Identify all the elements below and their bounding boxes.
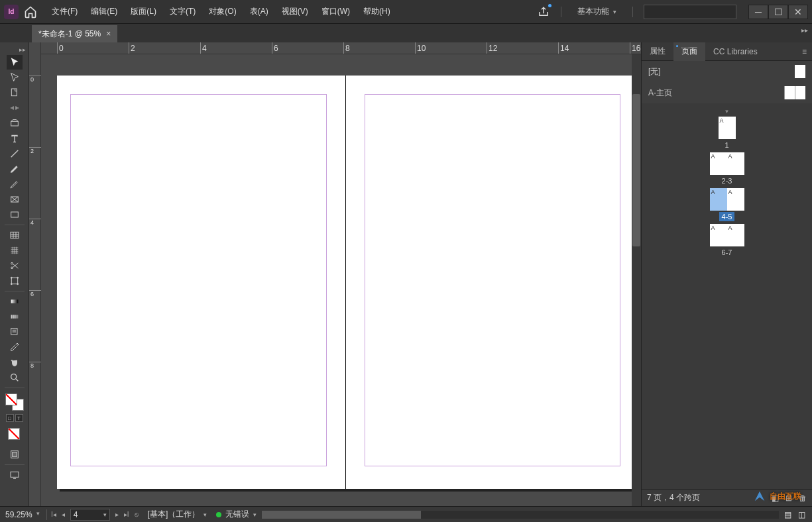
page-thumb[interactable]: A — [727, 188, 744, 211]
master-label: [无] — [648, 66, 661, 78]
gap-tool[interactable] — [7, 101, 23, 115]
vertical-ruler[interactable]: 0 2 4 6 8 — [29, 54, 41, 506]
page-right[interactable] — [346, 76, 634, 489]
page-number-dropdown[interactable]: 4▾ — [70, 509, 110, 521]
rectangle-tool[interactable] — [7, 207, 23, 222]
apply-color-swatch[interactable] — [5, 427, 24, 444]
page-thumb[interactable]: A — [710, 224, 727, 246]
page-thumb-2-3[interactable]: A A 2-3 — [710, 152, 744, 185]
view-mode-toggle[interactable] — [7, 447, 23, 462]
grid-icon[interactable] — [7, 243, 23, 258]
menu-table[interactable]: 表(A) — [243, 3, 275, 20]
table-icon[interactable] — [7, 228, 23, 242]
pages-list[interactable]: ▼ A 1 A A 2-3 A A 4-5 A — [642, 103, 812, 489]
new-page-icon[interactable]: ⊞ — [785, 494, 792, 503]
document-tab[interactable]: *未命名-1 @ 55% × — [32, 25, 117, 42]
search-input[interactable] — [644, 5, 736, 19]
line-tool[interactable] — [7, 146, 23, 161]
horizontal-scrollbar[interactable] — [262, 511, 779, 519]
menu-type[interactable]: 文字(T) — [163, 3, 202, 20]
page-thumb[interactable]: A — [710, 188, 727, 211]
menu-object[interactable]: 对象(O) — [202, 3, 243, 20]
gradient-feather-tool[interactable] — [7, 309, 23, 324]
menu-help[interactable]: 帮助(H) — [357, 3, 397, 20]
layer-indicator[interactable]: [基本]（工作） — [148, 509, 200, 520]
ruler-tick: 8 — [29, 362, 41, 369]
menu-view[interactable]: 视图(V) — [275, 3, 315, 20]
page-thumb-4-5[interactable]: A A 4-5 — [710, 188, 744, 221]
tab-close-icon[interactable]: × — [106, 29, 111, 38]
menu-file[interactable]: 文件(F) — [45, 3, 84, 20]
page-thumb-label: 2-3 — [719, 176, 735, 185]
pen-tool[interactable] — [7, 162, 23, 176]
workspace-dropdown[interactable]: 基本功能 ▾ — [572, 3, 622, 20]
edit-page-size-icon[interactable]: ◧ — [772, 494, 779, 503]
pencil-tool[interactable] — [7, 177, 23, 191]
scrollbar-thumb[interactable] — [262, 511, 421, 519]
window-close-button[interactable]: ✕ — [788, 5, 808, 19]
window-maximize-button[interactable]: ☐ — [768, 5, 788, 19]
svg-rect-20 — [12, 452, 17, 457]
page-thumb[interactable]: A — [727, 152, 744, 175]
tools-expand-icon[interactable]: ▸▸ — [19, 46, 26, 53]
page-tool[interactable] — [7, 85, 23, 100]
type-tool[interactable] — [7, 131, 23, 146]
menu-edit[interactable]: 编辑(E) — [84, 3, 124, 20]
content-collector-tool[interactable] — [7, 116, 23, 130]
direct-selection-tool[interactable] — [7, 70, 23, 85]
horizontal-ruler[interactable]: 0 2 4 6 8 10 12 14 16 — [29, 42, 641, 54]
note-tool[interactable] — [7, 325, 23, 339]
last-page-button[interactable]: ▸I — [124, 511, 129, 518]
menu-window[interactable]: 窗口(W) — [315, 3, 357, 20]
prev-page-button[interactable]: ◂ — [62, 511, 65, 518]
selection-tool[interactable] — [7, 55, 23, 70]
master-none[interactable]: [无] — [642, 61, 812, 82]
page-thumb-6-7[interactable]: A A 6-7 — [710, 224, 744, 257]
scrollbar-thumb[interactable] — [632, 94, 640, 246]
page-thumb[interactable]: A — [719, 117, 736, 139]
scissors-tool[interactable] — [7, 258, 23, 273]
rectangle-frame-tool[interactable] — [7, 192, 23, 207]
page-spread — [57, 76, 634, 489]
svg-rect-21 — [11, 472, 19, 477]
svg-point-9 — [17, 277, 18, 278]
tab-properties[interactable]: 属性 — [642, 42, 673, 61]
zoom-tool[interactable] — [7, 370, 23, 385]
free-transform-tool[interactable] — [7, 274, 23, 288]
formatting-container-icon[interactable]: □ — [6, 414, 14, 422]
ruler-origin[interactable] — [29, 42, 41, 54]
delete-page-icon[interactable]: 🗑 — [799, 494, 807, 503]
split-view-icon[interactable]: ◫ — [798, 510, 805, 519]
preflight-status[interactable]: 无错误 — [225, 509, 249, 520]
fill-stroke-swatch[interactable] — [5, 393, 24, 411]
panel-menu-icon[interactable]: ≡ — [797, 47, 812, 56]
structure-pane-icon[interactable]: ▤ — [784, 510, 791, 519]
page-thumb-1[interactable]: A 1 — [719, 117, 736, 150]
master-a[interactable]: A-主页 — [642, 82, 812, 103]
svg-rect-0 — [11, 89, 17, 96]
page-thumb[interactable]: A — [710, 152, 727, 175]
svg-point-10 — [11, 284, 12, 285]
menu-layout[interactable]: 版面(L) — [124, 3, 163, 20]
panel-expand-icon[interactable]: ▸▸ — [801, 26, 808, 34]
home-icon[interactable] — [24, 5, 37, 19]
window-minimize-button[interactable]: ─ — [748, 5, 768, 19]
eyedropper-tool[interactable] — [7, 340, 23, 354]
page-left[interactable] — [57, 76, 346, 489]
hand-tool[interactable] — [7, 355, 23, 370]
screen-mode-button[interactable] — [7, 468, 23, 482]
chevron-down-icon: ▾ — [613, 9, 616, 15]
first-page-button[interactable]: I◂ — [51, 511, 56, 518]
gradient-swatch-tool[interactable] — [7, 294, 23, 309]
open-bridge-icon[interactable]: ⎋ — [135, 511, 139, 518]
tab-cc-libraries[interactable]: CC Libraries — [705, 42, 766, 61]
tab-pages[interactable]: 页面 — [673, 42, 705, 61]
next-page-button[interactable]: ▸ — [115, 511, 119, 518]
formatting-text-icon[interactable]: T — [15, 414, 23, 422]
page-thumb[interactable]: A — [727, 224, 744, 246]
share-icon[interactable] — [537, 5, 550, 19]
vertical-scrollbar[interactable] — [632, 54, 641, 506]
zoom-dropdown[interactable]: 59.25%▾ — [3, 509, 42, 521]
document-canvas[interactable] — [41, 54, 641, 506]
document-tab-bar: *未命名-1 @ 55% × ▸▸ — [0, 24, 812, 42]
